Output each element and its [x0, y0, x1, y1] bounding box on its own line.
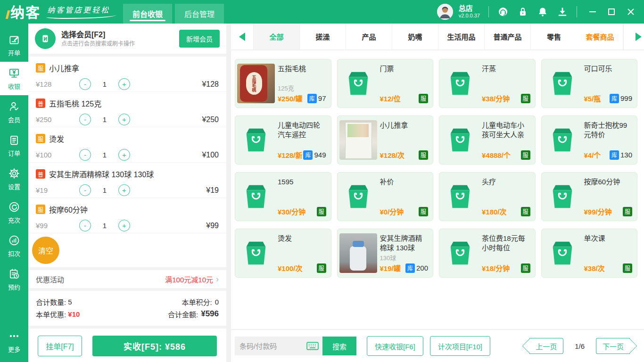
tab-front-cashier[interactable]: 前台收银	[123, 4, 172, 24]
sidebar-item-label: 收银	[8, 82, 20, 90]
qty-minus-button[interactable]: -	[79, 78, 91, 90]
sidebar-item-orders[interactable]: 订单	[0, 129, 28, 162]
product-name: 安其生牌酒精棉球 130球	[380, 234, 429, 253]
maximize-button[interactable]	[608, 8, 615, 15]
category-tab[interactable]: 普通产品	[485, 24, 531, 49]
lock-icon[interactable]	[517, 6, 528, 17]
product-card[interactable]: 汗蒸 ¥38/分钟 服	[439, 59, 536, 108]
product-card[interactable]: 按摩60分钟 ¥99/分钟 服	[541, 172, 638, 221]
item-type-badge: 普	[36, 99, 45, 108]
bell-icon[interactable]	[537, 6, 548, 17]
category-tabs: 全部 搓澡 产品 奶嘴 生活用品 普通产品 零售 套餐商品	[254, 24, 623, 49]
cart-item-price: ¥19	[36, 186, 79, 194]
qty-minus-button[interactable]: -	[79, 184, 91, 196]
product-card[interactable]: 可口可乐 ¥5/瓶 库 999	[541, 59, 638, 108]
arrow-right-icon	[636, 33, 642, 41]
product-card[interactable]: 新奇士抱枕99元特价 ¥4/个 库 130	[541, 115, 638, 165]
category-tab[interactable]: 奶嘴	[392, 24, 438, 49]
product-card[interactable]: 儿童电动车小孩可坐大人亲 ¥4888/个 服	[439, 115, 536, 165]
next-page-button[interactable]: 下一页	[596, 338, 630, 354]
category-tab[interactable]: 套餐商品	[577, 24, 623, 49]
search-button[interactable]: 搜索	[322, 337, 356, 355]
qty-plus-button[interactable]: +	[118, 114, 130, 125]
quick-cashier-button[interactable]: 快速收银[F6]	[367, 336, 423, 356]
product-image-area	[338, 229, 379, 277]
promo-row[interactable]: 优惠活动 满100元减10元 ›	[28, 270, 226, 288]
clear-cart-button[interactable]: 清空	[32, 237, 59, 264]
category-prev-arrow[interactable]	[231, 24, 254, 49]
main-area: 全部 搓澡 产品 奶嘴 生活用品 普通产品 零售 套餐商品 五指毛桃 五指毛桃 …	[226, 24, 644, 362]
product-spec: 130球	[380, 253, 429, 262]
cart-item: 服 按摩60分钟 ¥99 - 1 + ¥99	[28, 198, 226, 233]
prev-page-button[interactable]: 上一页	[529, 338, 563, 354]
product-name: 汗蒸	[482, 64, 530, 74]
member-select[interactable]: 选择会员[F2] 点击进行会员搜索或刷卡操作 新增会员	[28, 24, 226, 54]
product-card[interactable]: 小儿推拿 ¥128/次 服	[337, 115, 434, 165]
product-image-area	[439, 229, 481, 277]
sidebar-item-member[interactable]: 会员	[0, 95, 28, 129]
sidebar-item-deduct-times[interactable]: 扣次	[0, 229, 28, 263]
product-image-area	[439, 59, 481, 107]
customer-service-icon[interactable]	[497, 6, 509, 17]
add-member-button[interactable]: 新增会员	[179, 30, 220, 48]
category-tab[interactable]: 生活用品	[438, 24, 485, 49]
product-name: 1595	[278, 177, 326, 187]
sidebar-item-more[interactable]: 更多	[0, 325, 28, 358]
item-type-badge: 服	[36, 205, 45, 214]
cart-item-price: ¥99	[36, 222, 79, 230]
product-card[interactable]: 五指毛桃 五指毛桃 125克 ¥250/罐 库 97	[235, 59, 331, 108]
keyboard-icon[interactable]	[306, 342, 319, 350]
sidebar-item-settings[interactable]: 设置	[0, 162, 28, 196]
qty-minus-button[interactable]: -	[79, 114, 91, 125]
product-name: 儿童电动四轮汽车遥控	[278, 121, 326, 140]
qty-plus-button[interactable]: +	[118, 220, 130, 231]
sidebar-item-cashier[interactable]: 收银	[0, 62, 28, 95]
barcode-search-box	[235, 337, 322, 355]
download-icon[interactable]	[557, 6, 568, 17]
product-card[interactable]: 茶位费18元每小时每位 ¥18/分钟 服	[439, 229, 536, 278]
sidebar-item-recharge-times[interactable]: 充次	[0, 196, 28, 229]
barcode-input[interactable]	[239, 342, 296, 350]
category-tab[interactable]: 产品	[346, 24, 392, 49]
product-card[interactable]: 单次课 ¥38/次 服	[541, 229, 638, 278]
count-item-button[interactable]: 计次项目[F10]	[430, 336, 490, 356]
qty-minus-button[interactable]: -	[79, 220, 91, 231]
product-photo: 五指毛桃	[237, 64, 275, 103]
hold-order-button[interactable]: 挂单[F7]	[38, 336, 82, 356]
stock-badge: 库	[405, 263, 415, 273]
cart-item-price: ¥128	[36, 80, 79, 88]
close-button[interactable]	[627, 8, 635, 16]
stock-group: 库 949	[303, 150, 326, 160]
product-card[interactable]: 补价 ¥0/分钟 服	[337, 172, 434, 221]
sidebar-item-label: 扣次	[8, 249, 20, 258]
category-tab[interactable]: 搓澡	[300, 24, 346, 49]
qty-plus-button[interactable]: +	[118, 184, 130, 196]
category-tab[interactable]: 全部	[254, 24, 300, 49]
product-card[interactable]: 门票 ¥12/位 服	[337, 59, 434, 108]
category-next-arrow[interactable]	[623, 24, 644, 49]
avatar[interactable]	[437, 4, 453, 20]
qty-minus-button[interactable]: -	[79, 149, 91, 161]
category-tab[interactable]: 零售	[531, 24, 577, 49]
cart-item-qty: 1	[91, 222, 118, 230]
recharge-icon	[8, 201, 20, 213]
sidebar-item-booking[interactable]: 预约	[0, 263, 28, 296]
category-bar: 全部 搓澡 产品 奶嘴 生活用品 普通产品 零售 套餐商品	[231, 24, 644, 50]
qty-plus-button[interactable]: +	[118, 78, 130, 90]
product-name: 门票	[380, 64, 429, 74]
stock-group: 库 200	[405, 263, 428, 273]
tab-back-admin[interactable]: 后台管理	[175, 4, 224, 24]
qty-plus-button[interactable]: +	[118, 149, 130, 161]
cart-item-name: 小儿推拿	[49, 62, 79, 74]
product-card[interactable]: 儿童电动四轮汽车遥控 ¥128/新 库 949	[235, 115, 331, 165]
product-price: ¥100/次	[278, 263, 303, 273]
product-card[interactable]: 1595 ¥30/分钟 服	[235, 172, 331, 221]
product-card[interactable]: 头疗 ¥180/次 服	[439, 172, 536, 221]
product-card[interactable]: 安其生牌酒精棉球 130球 130球 ¥19/罐 库 200	[337, 229, 434, 278]
product-grid: 五指毛桃 五指毛桃 125克 ¥250/罐 库 97	[231, 50, 644, 329]
product-card[interactable]: 烫发 ¥100/次 服	[235, 229, 331, 278]
sidebar-item-open-order[interactable]: 开单	[0, 28, 28, 62]
sidebar-item-label: 预约	[8, 282, 20, 291]
minimize-button[interactable]	[589, 11, 596, 12]
checkout-button[interactable]: 实收[F5]: ¥586	[92, 336, 217, 356]
